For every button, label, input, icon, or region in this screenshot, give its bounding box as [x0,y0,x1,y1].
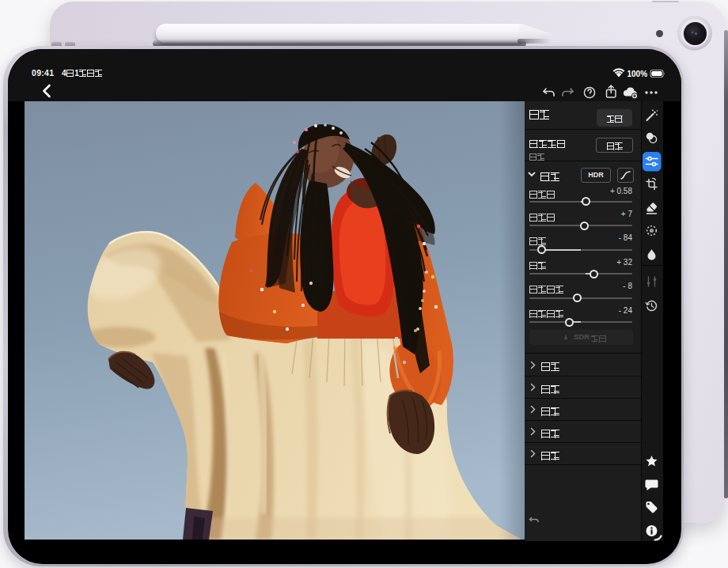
svg-text:100%: 100% [628,70,648,78]
